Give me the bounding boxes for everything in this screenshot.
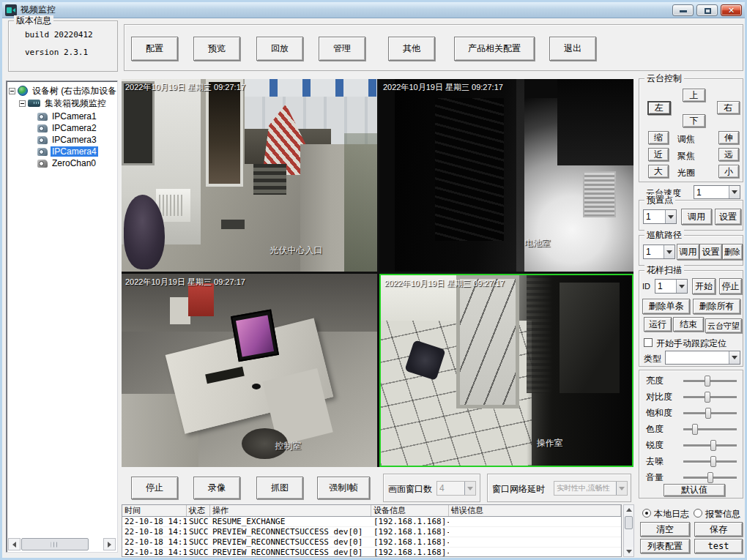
log-row[interactable]: 22-10-18 14:15:58 SUCC PREVIEW_RECONNECT…	[122, 537, 621, 548]
tree-item-label[interactable]: IPCamera2	[51, 123, 98, 133]
log-row[interactable]: 22-10-18 14:16:25 SUCC RESUME_EXCHANGE […	[122, 517, 621, 527]
hscroll-right-button[interactable]	[103, 538, 116, 550]
playback-button[interactable]: 回放	[256, 37, 303, 61]
manage-button[interactable]: 管理	[319, 37, 365, 61]
ptz-left-button[interactable]: 左	[647, 101, 671, 115]
col-header-operation[interactable]: 操作	[210, 505, 371, 516]
dropdown-button[interactable]	[729, 351, 740, 364]
dropdown-button[interactable]	[676, 280, 687, 293]
focus-far-button[interactable]: 远	[718, 148, 739, 161]
latency-select[interactable]: 实时性中,流畅性	[554, 481, 628, 496]
save-button[interactable]: 保存	[694, 522, 743, 537]
tree-item-ipcamera3[interactable]: IPCamera3	[37, 134, 98, 146]
collapse-icon[interactable]	[19, 100, 26, 107]
vscroll-thumb[interactable]	[625, 516, 633, 529]
tree-group-label[interactable]: 集装箱视频监控	[43, 97, 108, 110]
minimize-button[interactable]	[672, 4, 694, 16]
tree-root-label[interactable]: 设备树 (右击添加设备	[31, 85, 118, 97]
local-log-label[interactable]: 本地日志	[654, 508, 689, 520]
video-cam1[interactable]: 2022年10月19日 星期三 09:27:17 光伏中心入口	[122, 79, 377, 272]
ptz-watch-button[interactable]: 云台守望	[705, 318, 742, 333]
exit-button[interactable]: 退出	[549, 37, 596, 61]
brightness-slider[interactable]	[683, 380, 737, 382]
zoom-out-button[interactable]: 缩	[648, 131, 669, 144]
hscroll-thumb[interactable]	[21, 538, 89, 550]
col-header-device[interactable]: 设备信息	[371, 505, 449, 516]
default-values-button[interactable]: 默认值	[664, 484, 725, 496]
log-row[interactable]: 22-10-18 14:15:58 SUCC PREVIEW_RECONNECT…	[122, 527, 621, 537]
tree-item-label[interactable]: IPCamera1	[51, 111, 98, 122]
video-cam2[interactable]: 2022年10月19日 星期三 09:27:17 电池室	[379, 79, 633, 272]
local-log-radio[interactable]	[642, 509, 651, 518]
alarm-info-label[interactable]: 报警信息	[705, 508, 740, 520]
maximize-button[interactable]	[696, 4, 718, 16]
cruise-set-button[interactable]: 设置	[699, 244, 722, 260]
vscroll-up-button[interactable]	[624, 505, 633, 515]
clear-button[interactable]: 清空	[640, 522, 690, 537]
slider-thumb[interactable]	[705, 376, 710, 387]
dropdown-button[interactable]	[664, 245, 674, 258]
sharpness-slider[interactable]	[683, 444, 737, 447]
saturation-slider[interactable]	[683, 412, 737, 414]
contrast-slider[interactable]	[683, 396, 737, 398]
dropdown-button[interactable]	[464, 482, 475, 495]
preset-select[interactable]: 1	[643, 209, 677, 224]
log-vscrollbar[interactable]	[623, 504, 634, 557]
slider-thumb[interactable]	[692, 424, 698, 435]
col-header-error[interactable]: 错误信息	[449, 505, 621, 516]
slider-thumb[interactable]	[705, 408, 711, 419]
preset-call-button[interactable]: 调用	[681, 209, 712, 225]
video-cam4-selected[interactable]: 2022年10月19日 星期三 09:27:17 操作室	[379, 274, 633, 467]
title-bar[interactable]: 视频监控	[2, 2, 745, 18]
tree-item-label[interactable]: IPCamera3	[51, 135, 98, 145]
log-row[interactable]: 22-10-18 14:15:58 SUCC PREVIEW_RECONNECT…	[122, 548, 621, 557]
stop-button[interactable]: 停止	[131, 477, 178, 499]
tree-item-ipcamera4-selected[interactable]: IPCamera4	[37, 146, 98, 157]
pattern-stop-button[interactable]: 停止	[719, 278, 742, 294]
force-iframe-button[interactable]: 强制I帧	[317, 477, 370, 499]
tree-item-label[interactable]: ZeroChan0	[51, 158, 97, 168]
slider-thumb[interactable]	[710, 440, 716, 451]
col-header-status[interactable]: 状态	[187, 505, 210, 516]
cruise-call-button[interactable]: 调用	[677, 244, 699, 260]
dropdown-button[interactable]	[729, 186, 740, 198]
delete-one-button[interactable]: 删除单条	[642, 299, 690, 314]
pattern-run-button[interactable]: 运行	[644, 317, 672, 332]
iris-open-button[interactable]: 大	[648, 165, 669, 178]
type-select[interactable]	[665, 351, 740, 365]
snapshot-button[interactable]: 抓图	[256, 477, 303, 499]
dropdown-button[interactable]	[665, 210, 676, 223]
focus-near-button[interactable]: 近	[648, 148, 669, 161]
pattern-start-button[interactable]: 开始	[692, 278, 716, 294]
tree-item-ipcamera2[interactable]: IPCamera2	[37, 122, 98, 134]
col-header-time[interactable]: 时间	[122, 505, 187, 516]
cruise-delete-button[interactable]: 删除	[722, 244, 743, 260]
iris-close-button[interactable]: 小	[718, 165, 739, 178]
ptz-up-button[interactable]: 上	[683, 89, 705, 102]
hscroll-left-button[interactable]	[8, 538, 21, 550]
record-button[interactable]: 录像	[193, 477, 240, 499]
ptz-speed-select[interactable]: 1	[694, 185, 740, 199]
tree-item-zerochan0[interactable]: ZeroChan0	[37, 157, 97, 169]
vscroll-down-button[interactable]	[624, 547, 633, 556]
close-button[interactable]: ✕	[721, 4, 742, 16]
ptz-down-button[interactable]: 下	[683, 114, 705, 127]
tree-item-label-selected[interactable]: IPCamera4	[51, 146, 98, 157]
manual-track-checkbox[interactable]	[644, 338, 653, 347]
alarm-info-radio[interactable]	[694, 509, 702, 518]
tree-group-row[interactable]: 集装箱视频监控	[19, 97, 108, 109]
slider-thumb[interactable]	[710, 456, 716, 467]
volume-slider[interactable]	[683, 477, 737, 479]
zoom-in-button[interactable]: 伸	[718, 131, 739, 144]
ptz-right-button[interactable]: 右	[717, 101, 740, 114]
pattern-id-select[interactable]: 1	[655, 279, 688, 294]
tree-root-row[interactable]: 设备树 (右击添加设备	[9, 85, 118, 97]
preview-button[interactable]: 预览	[193, 37, 240, 61]
tree-item-ipcamera1[interactable]: IPCamera1	[37, 111, 98, 122]
other-button[interactable]: 其他	[388, 37, 435, 61]
product-config-button[interactable]: 产品相关配置	[454, 37, 535, 61]
window-count-select[interactable]: 4	[436, 481, 476, 496]
denoise-slider[interactable]	[683, 460, 737, 463]
collapse-icon[interactable]	[9, 88, 15, 94]
hue-slider[interactable]	[683, 428, 737, 430]
